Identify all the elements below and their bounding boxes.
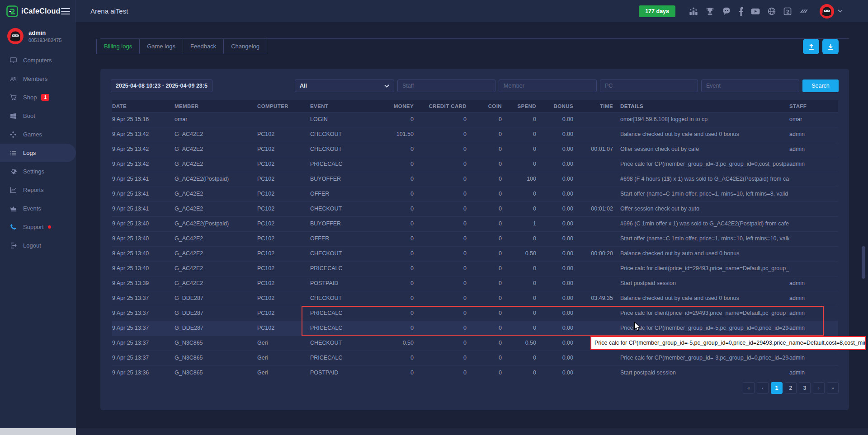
member-filter-input[interactable] xyxy=(499,80,597,92)
sidebar-item-events[interactable]: Events xyxy=(0,199,76,218)
table-row[interactable]: 9 Apr 25 13:41G_AC42E2PC102CHECKOUT00000… xyxy=(112,201,838,216)
cell-credit-card: 0 xyxy=(414,351,467,365)
license-days-button[interactable]: 177 days xyxy=(639,5,675,17)
profile-block[interactable]: admin 005193482475 xyxy=(0,22,76,51)
table-row[interactable]: 9 Apr 25 13:36G_N3C865GeriPOSTPAID00000.… xyxy=(112,365,838,380)
date-range-input[interactable] xyxy=(111,80,212,92)
pagination-page-1[interactable]: 1 xyxy=(771,382,783,394)
cell-date: 9 Apr 25 13:39 xyxy=(112,276,175,291)
table-row[interactable]: 9 Apr 25 13:42G_AC42E2PC102CHECKOUT00000… xyxy=(112,142,838,157)
cell-computer: Geri xyxy=(257,366,310,380)
chevron-down-icon xyxy=(838,9,843,13)
table-row[interactable]: 9 Apr 25 13:37G_DDE287PC102PRICECALC0000… xyxy=(112,321,838,336)
tab-billing-logs[interactable]: Billing logs xyxy=(96,39,140,54)
cell-computer: PC102 xyxy=(257,202,310,216)
cell-bonus: 0.00 xyxy=(536,247,573,261)
cell-member: G_N3C865 xyxy=(175,351,257,365)
table-row[interactable]: 9 Apr 25 13:37G_DDE287PC102CHECKOUT00000… xyxy=(112,291,838,306)
pagination-page-3[interactable]: 3 xyxy=(799,382,811,394)
top-header: iCafeCloud Arena aiTest 177 days xyxy=(0,0,868,22)
event-type-select[interactable]: All xyxy=(295,80,394,92)
pc-filter-input[interactable] xyxy=(600,80,698,92)
cell-member: G_AC42E2 xyxy=(175,276,257,291)
cell-date: 9 Apr 25 13:37 xyxy=(112,351,175,365)
table-row[interactable]: 9 Apr 25 13:42G_AC42E2PC102CHECKOUT101.5… xyxy=(112,127,838,142)
cell-bonus: 0.00 xyxy=(536,127,573,142)
sidebar-item-settings[interactable]: Settings xyxy=(0,162,76,181)
globe-icon[interactable] xyxy=(767,7,776,16)
table-row[interactable]: 9 Apr 25 13:40G_AC42E2PC102OFFER00000.00… xyxy=(112,231,838,246)
cell-member: G_AC42E2 xyxy=(175,157,257,172)
table-row[interactable]: 9 Apr 25 13:40G_AC42E2PC102CHECKOUT0000.… xyxy=(112,246,838,261)
import-button[interactable] xyxy=(803,39,819,54)
cell-time xyxy=(573,232,613,246)
cell-credit-card: 0 xyxy=(414,336,467,351)
user-menu[interactable] xyxy=(819,4,843,19)
table-row[interactable]: 9 Apr 25 13:37G_N3C865GeriPRICECALC00000… xyxy=(112,351,838,365)
cell-coin: 0 xyxy=(467,232,502,246)
sidebar-item-shop[interactable]: Shop1 xyxy=(0,88,76,107)
cell-time xyxy=(573,276,613,291)
icafe-mark-icon[interactable] xyxy=(783,7,792,16)
cell-staff xyxy=(789,172,838,187)
staff-filter-input[interactable] xyxy=(397,80,495,92)
table-row[interactable]: 9 Apr 25 13:42G_AC42E2PC102PRICECALC0000… xyxy=(112,157,838,172)
tab-feedback[interactable]: Feedback xyxy=(183,39,224,54)
table-row[interactable]: 9 Apr 25 13:37G_DDE287PC102PRICECALC0000… xyxy=(112,306,838,321)
download-button[interactable] xyxy=(822,39,839,54)
facebook-icon[interactable] xyxy=(738,7,744,16)
tab-changelog[interactable]: Changelog xyxy=(223,39,267,54)
sidebar-item-logs[interactable]: Logs xyxy=(0,144,76,162)
search-button[interactable]: Search xyxy=(802,80,839,92)
table-row[interactable]: 9 Apr 25 15:16omarLOGIN00000.00omar[194.… xyxy=(112,112,838,127)
pagination-page-2[interactable]: 2 xyxy=(785,382,797,394)
ranking-icon[interactable] xyxy=(689,7,698,16)
cell-time xyxy=(573,262,613,276)
pagination-prev[interactable]: ‹ xyxy=(757,382,769,394)
table-row[interactable]: 9 Apr 25 13:41G_AC42E2PC102OFFER00000.00… xyxy=(112,187,838,201)
cell-member: G_DDE287 xyxy=(175,321,257,336)
youtube-icon[interactable] xyxy=(750,7,760,15)
sidebar-item-logout[interactable]: Logout xyxy=(0,236,76,255)
cell-member: G_DDE287 xyxy=(175,291,257,306)
cell-member: G_AC42E2 xyxy=(175,232,257,246)
column-header-event: EVENT xyxy=(310,100,390,112)
cell-event: CHECKOUT xyxy=(310,291,390,306)
sidebar-item-support[interactable]: Support xyxy=(0,218,76,236)
table-row[interactable]: 9 Apr 25 13:39G_AC42E2PC102POSTPAID00000… xyxy=(112,276,838,291)
discord-icon[interactable] xyxy=(722,7,731,16)
menu-toggle-icon[interactable] xyxy=(61,6,70,16)
column-header-computer: COMPUTER xyxy=(257,100,310,112)
cell-credit-card: 0 xyxy=(414,127,467,142)
trophy-icon[interactable] xyxy=(705,7,715,16)
cell-details: Price calc for CP(member_group_id=-5,pc_… xyxy=(613,321,789,336)
sidebar-item-label: Reports xyxy=(23,187,44,193)
cell-date: 9 Apr 25 13:37 xyxy=(112,336,175,351)
tab-game-logs[interactable]: Game logs xyxy=(139,39,183,54)
cell-money: 0 xyxy=(390,321,414,336)
scrollbar-thumb[interactable] xyxy=(862,246,865,279)
cell-event: CHECKOUT xyxy=(310,142,390,157)
bottom-strip xyxy=(76,428,868,435)
cell-staff xyxy=(789,247,838,261)
table-row[interactable]: 9 Apr 25 13:41G_AC42E2(Postpaid)PC102BUY… xyxy=(112,172,838,187)
sidebar-item-boot[interactable]: Boot xyxy=(0,107,76,125)
pagination-first[interactable]: « xyxy=(743,382,755,394)
cell-staff: admin xyxy=(789,306,838,321)
cell-coin: 0 xyxy=(467,247,502,261)
event-filter-input[interactable] xyxy=(701,80,799,92)
table-row[interactable]: 9 Apr 25 13:40G_AC42E2(Postpaid)PC102BUY… xyxy=(112,216,838,231)
sidebar-item-games[interactable]: Games xyxy=(0,125,76,144)
topbar-right: 177 days xyxy=(639,4,868,19)
pagination-next[interactable]: › xyxy=(813,382,825,394)
sidebar: admin 005193482475 ComputersMembersShop1… xyxy=(0,22,76,428)
table-row[interactable]: 9 Apr 25 13:40G_AC42E2PC102PRICECALC0000… xyxy=(112,261,838,276)
cell-bonus: 0.00 xyxy=(536,112,573,127)
cell-details: Start postpaid session xyxy=(613,276,789,291)
layers-icon[interactable] xyxy=(799,7,809,16)
sidebar-item-members[interactable]: Members xyxy=(0,70,76,88)
cell-date: 9 Apr 25 13:42 xyxy=(112,142,175,157)
sidebar-item-reports[interactable]: Reports xyxy=(0,181,76,199)
pagination-last[interactable]: » xyxy=(827,382,839,394)
sidebar-item-computers[interactable]: Computers xyxy=(0,51,76,70)
